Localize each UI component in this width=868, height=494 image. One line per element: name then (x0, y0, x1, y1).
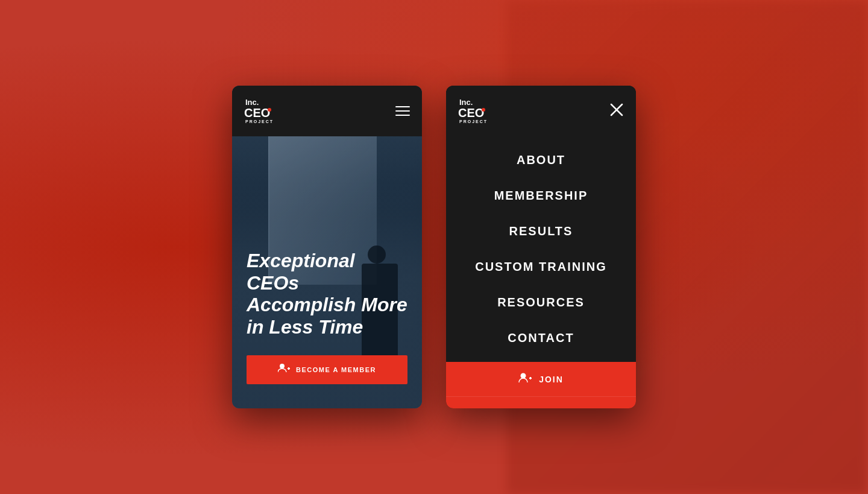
join-label: JOIN (539, 375, 564, 384)
search-icon (510, 408, 522, 408)
phone-left-content: Inc. CEO PROJECT Exceptional CEOs Accomp… (232, 86, 422, 408)
hamburger-line-1 (395, 106, 410, 107)
hamburger-line-2 (395, 110, 410, 112)
phone-left-header: Inc. CEO PROJECT (232, 86, 422, 136)
close-menu-button[interactable] (609, 103, 624, 119)
logo-left: Inc. CEO PROJECT (244, 97, 275, 125)
join-person-icon (518, 373, 532, 385)
logo-svg-right: Inc. CEO PROJECT (458, 97, 489, 125)
svg-point-9 (482, 108, 485, 112)
svg-text:CEO: CEO (244, 106, 270, 119)
svg-text:Inc.: Inc. (459, 98, 473, 107)
become-member-button[interactable]: BECOME A MEMBER (247, 355, 407, 384)
nav-item-resources[interactable]: RESOURCES (446, 285, 636, 320)
hero-title: Exceptional CEOs Accomplish More in Less… (247, 250, 407, 338)
logo-svg-left: Inc. CEO PROJECT (244, 97, 275, 125)
phone-right-content: Inc. CEO PROJECT ABOUT (446, 86, 636, 408)
svg-text:PROJECT: PROJECT (459, 119, 488, 124)
add-person-icon (278, 364, 290, 376)
phone-left-mockup: Inc. CEO PROJECT Exceptional CEOs Accomp… (232, 86, 422, 408)
phone-right-footer: JOIN SEARCH (446, 362, 636, 408)
nav-item-about[interactable]: ABOUT (446, 142, 636, 178)
phone-right-header: Inc. CEO PROJECT (446, 86, 636, 136)
hamburger-line-3 (395, 115, 410, 116)
svg-point-2 (268, 108, 271, 112)
svg-point-4 (280, 364, 285, 369)
logo-right: Inc. CEO PROJECT (458, 97, 489, 125)
become-member-label: BECOME A MEMBER (296, 366, 376, 373)
navigation-menu: ABOUT MEMBERSHIP RESULTS CUSTOM TRAINING… (446, 136, 636, 362)
nav-item-results[interactable]: RESULTS (446, 214, 636, 249)
join-button[interactable]: JOIN (446, 362, 636, 396)
svg-point-13 (521, 373, 526, 379)
page-container: Inc. CEO PROJECT Exceptional CEOs Accomp… (0, 0, 868, 494)
nav-item-contact[interactable]: CONTACT (446, 320, 636, 356)
nav-item-custom-training[interactable]: CUSTOM TRAINING (446, 249, 636, 285)
hamburger-menu-button[interactable] (395, 106, 410, 116)
svg-text:CEO: CEO (458, 106, 484, 119)
phone-right-mockup: Inc. CEO PROJECT ABOUT (446, 86, 636, 408)
nav-item-membership[interactable]: MEMBERSHIP (446, 178, 636, 214)
phone-hero-section: Exceptional CEOs Accomplish More in Less… (232, 136, 422, 408)
svg-text:PROJECT: PROJECT (245, 119, 274, 124)
svg-text:Inc.: Inc. (245, 98, 259, 107)
search-button[interactable]: SEARCH (446, 396, 636, 408)
